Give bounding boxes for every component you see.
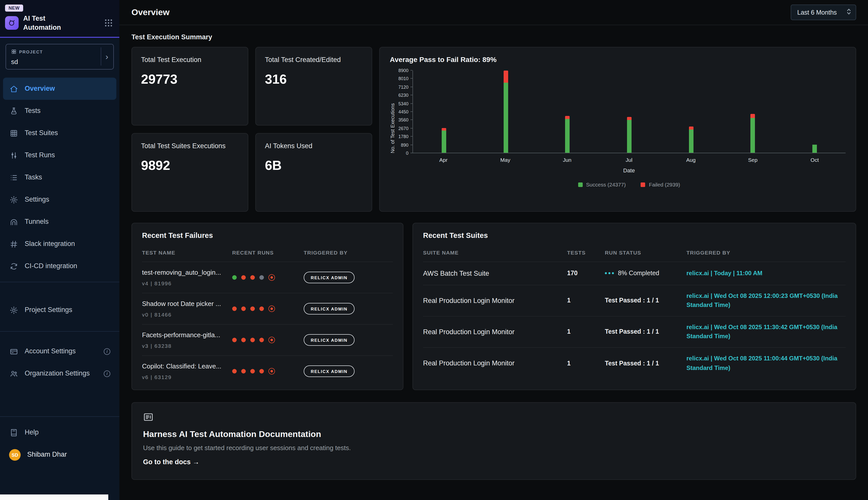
suite-row: Real Production Login Monitor1Test Passe… — [423, 347, 846, 378]
failure-test-name[interactable]: Copilot: Classified: Leave... — [142, 362, 232, 370]
chevron-right-icon: › — [101, 47, 108, 66]
org-icon — [9, 369, 18, 378]
sidebar-item-project-settings[interactable]: Project Settings — [3, 299, 116, 321]
triggered-by-button[interactable]: RELICX ADMIN — [304, 303, 354, 315]
failure-test-name[interactable]: Shadow root Date picker ... — [142, 300, 232, 307]
sidebar-item-overview[interactable]: Overview — [3, 78, 116, 100]
run-dot-icon[interactable] — [241, 275, 246, 280]
chart: No. of Test Executions 08901780267035604… — [390, 70, 846, 188]
bar-success-segment — [442, 130, 446, 153]
run-dot-icon[interactable] — [232, 275, 237, 280]
sidebar-item-ci-cd-integration[interactable]: CI-CD integration — [3, 255, 116, 277]
sidebar-item-label: Test Suites — [25, 129, 58, 137]
suite-row: AWS Batch Test Suite1708% Completedrelic… — [423, 262, 846, 285]
sidebar-item-slack-integration[interactable]: Slack integration — [3, 233, 116, 255]
tunnel-icon — [9, 217, 18, 226]
triggered-by-link[interactable]: relicx.ai | Today | 11:00 AM — [687, 269, 846, 278]
run-dot-icon[interactable] — [241, 338, 246, 342]
triggered-by-button[interactable]: RELICX ADMIN — [304, 272, 354, 283]
y-tick-label: 8010 — [398, 76, 409, 81]
documentation-card: Harness AI Test Automation Documentation… — [131, 402, 856, 480]
run-dot-icon[interactable] — [250, 275, 255, 280]
recent-grid: Recent Test Failures TEST NAMERECENT RUN… — [131, 223, 856, 390]
docs-link[interactable]: Go to the docs → — [143, 458, 199, 466]
user-menu[interactable]: SD Shibam Dhar — [3, 444, 116, 466]
run-dot-icon[interactable] — [250, 338, 255, 342]
sidebar-item-settings[interactable]: Settings — [3, 189, 116, 211]
project-name: sd — [11, 58, 43, 66]
info-icon[interactable]: i — [104, 348, 110, 355]
run-dot-icon[interactable] — [259, 306, 264, 311]
failure-test-name[interactable]: Facets-performance-gitla... — [142, 331, 232, 339]
run-dot-icon[interactable] — [259, 369, 264, 374]
sidebar-item-label: Test Runs — [25, 151, 55, 160]
run-dot-icon[interactable] — [259, 338, 264, 342]
sidebar-item-tunnels[interactable]: Tunnels — [3, 211, 116, 233]
suite-name[interactable]: AWS Batch Test Suite — [423, 270, 567, 277]
sidebar-item-test-suites[interactable]: Test Suites — [3, 122, 116, 144]
sidebar-item-organization-settings[interactable]: Organization Settingsi — [3, 362, 116, 385]
x-tick-label: Sep — [722, 153, 784, 163]
sidebar-item-label: Organization Settings — [25, 369, 90, 378]
run-ring-icon[interactable] — [268, 337, 275, 343]
suite-name[interactable]: Real Production Login Monitor — [423, 359, 567, 367]
run-dot-icon[interactable] — [232, 338, 237, 342]
apps-grid-icon[interactable] — [104, 18, 113, 28]
page-title: Overview — [131, 7, 169, 18]
date-range-select[interactable]: Last 6 Months — [791, 4, 856, 20]
suite-name[interactable]: Real Production Login Monitor — [423, 297, 567, 304]
page-header: Overview Last 6 Months — [119, 0, 868, 25]
x-tick-label: Apr — [412, 153, 474, 163]
sidebar-item-tests[interactable]: Tests — [3, 100, 116, 122]
run-dot-icon[interactable] — [232, 369, 237, 374]
project-label: PROJECT — [19, 49, 43, 55]
y-tick-mark — [410, 78, 412, 79]
run-ring-icon[interactable] — [268, 305, 275, 312]
suites-table-body: AWS Batch Test Suite1708% Completedrelic… — [423, 262, 846, 378]
run-ring-icon[interactable] — [268, 274, 275, 281]
suite-name[interactable]: Real Production Login Monitor — [423, 328, 567, 336]
suite-tests-count: 1 — [567, 328, 605, 336]
triggered-by-link[interactable]: relicx.ai | Wed Oct 08 2025 11:00:44 GMT… — [687, 354, 846, 373]
sidebar-item-account-settings[interactable]: Account Settingsi — [3, 340, 116, 362]
y-tick-label: 6230 — [398, 93, 409, 98]
info-icon[interactable]: i — [104, 370, 110, 377]
failure-test-meta: v3 | 63238 — [142, 343, 232, 349]
legend-label: Success (24377) — [586, 181, 626, 188]
triggered-by-button[interactable]: RELICX ADMIN — [304, 365, 354, 377]
section-title: Test Execution Summary — [131, 33, 856, 41]
chart-y-axis-title: No. of Test Executions — [390, 70, 395, 153]
project-grid-icon — [11, 47, 16, 56]
card-icon — [9, 347, 18, 356]
run-dot-icon[interactable] — [241, 369, 246, 374]
suite-tests-count: 1 — [567, 297, 605, 304]
triggered-by-button[interactable]: RELICX ADMIN — [304, 334, 354, 346]
summary-grid: Total Test Execution 29773 Total Test Cr… — [131, 47, 856, 212]
project-selector[interactable]: PROJECT sd › — [5, 44, 114, 70]
gear-icon — [9, 305, 18, 315]
run-dot-icon[interactable] — [241, 306, 246, 311]
run-dot-icon[interactable] — [232, 306, 237, 311]
run-dot-icon[interactable] — [250, 369, 255, 374]
run-dot-icon[interactable] — [250, 306, 255, 311]
run-ring-icon[interactable] — [268, 368, 275, 375]
stat-card-total-test-execution: Total Test Execution 29773 — [131, 47, 248, 125]
bar-success-segment — [503, 83, 508, 153]
new-badge: NEW — [5, 4, 23, 12]
y-tick-mark — [410, 95, 412, 95]
bottom-strip — [0, 495, 108, 500]
triggered-by-link[interactable]: relicx.ai | Wed Oct 08 2025 11:30:42 GMT… — [687, 322, 846, 341]
triggered-by-link[interactable]: relicx.ai | Wed Oct 08 2025 12:00:23 GMT… — [687, 291, 846, 310]
sidebar-item-test-runs[interactable]: Test Runs — [3, 144, 116, 166]
y-tick-label: 2670 — [398, 126, 409, 131]
y-tick-mark — [410, 145, 412, 145]
bar-failed-segment — [751, 114, 755, 118]
run-dot-icon[interactable] — [259, 275, 264, 280]
failure-test-name[interactable]: test-removing_auto_login... — [142, 269, 232, 276]
sidebar-item-label: Tasks — [25, 173, 42, 182]
avatar: SD — [9, 449, 21, 461]
stat-label: Total Test Created/Edited — [265, 55, 363, 65]
sidebar-item-tasks[interactable]: Tasks — [3, 166, 116, 189]
sidebar-item-help[interactable]: Help — [3, 421, 116, 444]
suite-row: Real Production Login Monitor1Test Passe… — [423, 316, 846, 347]
